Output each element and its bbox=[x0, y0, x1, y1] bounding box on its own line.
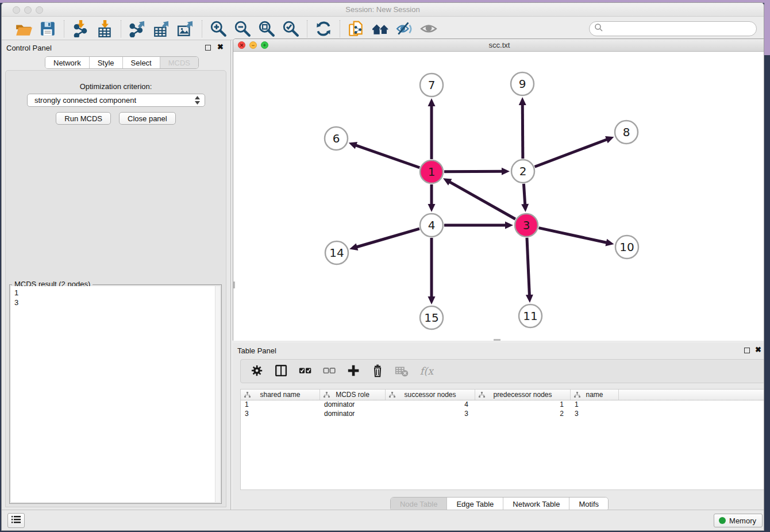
table-cell[interactable]: 4 bbox=[386, 400, 475, 410]
open-session-icon[interactable] bbox=[15, 20, 32, 37]
svg-text:7: 7 bbox=[428, 78, 436, 92]
svg-text:2: 2 bbox=[519, 164, 527, 178]
table-row[interactable]: 3dominator323 bbox=[241, 410, 764, 419]
refresh-icon[interactable] bbox=[315, 20, 332, 37]
vertical-scrollbar-thumb[interactable] bbox=[233, 282, 235, 288]
table-close-panel-icon[interactable]: ✖ bbox=[755, 346, 761, 354]
table-cell[interactable]: 3 bbox=[571, 410, 619, 419]
mcds-result-list[interactable]: 13 bbox=[11, 286, 220, 502]
settings-gear-icon[interactable] bbox=[250, 364, 265, 379]
zoom-fit-icon[interactable] bbox=[258, 20, 275, 37]
select-all-icon[interactable] bbox=[298, 364, 313, 379]
tab-select[interactable]: Select bbox=[123, 57, 160, 68]
table-cell[interactable]: 2 bbox=[475, 410, 571, 419]
table-panel: Table Panel ✖ f(x) shared nameMCDS roles… bbox=[233, 343, 764, 511]
table-row[interactable]: 1dominator411 bbox=[241, 400, 764, 410]
save-session-icon[interactable] bbox=[39, 20, 56, 37]
tab-edge-table[interactable]: Edge Table bbox=[447, 498, 503, 511]
result-scrollbar[interactable] bbox=[215, 286, 220, 502]
zoom-selected-icon[interactable] bbox=[282, 20, 299, 37]
edge-1-6[interactable] bbox=[355, 145, 419, 168]
edge-4-14[interactable] bbox=[356, 229, 419, 247]
column-header-name[interactable]: name bbox=[571, 390, 619, 400]
graph-node-7[interactable]: 7 bbox=[420, 74, 443, 97]
graph-node-8[interactable]: 8 bbox=[615, 121, 638, 144]
application-window: Session: New Session Control Panel ✖ Net… bbox=[1, 2, 764, 531]
desktop-background-right bbox=[764, 0, 770, 55]
export-image-icon[interactable] bbox=[177, 20, 194, 37]
graph-node-14[interactable]: 14 bbox=[325, 241, 348, 264]
export-table-icon[interactable] bbox=[153, 20, 170, 37]
edge-2-3[interactable] bbox=[523, 184, 525, 206]
delete-row-icon[interactable] bbox=[371, 364, 386, 379]
arrowhead-1-4 bbox=[428, 204, 436, 212]
tab-network[interactable]: Network bbox=[45, 57, 90, 68]
graph-node-11[interactable]: 11 bbox=[519, 304, 542, 327]
edge-2-8[interactable] bbox=[535, 139, 609, 167]
table-cell[interactable]: dominator bbox=[320, 410, 386, 419]
graphics-details-icon[interactable] bbox=[396, 20, 413, 37]
clone-network-icon[interactable] bbox=[348, 20, 365, 37]
table-header-row: shared nameMCDS rolesuccessor nodesprede… bbox=[241, 390, 764, 400]
tab-style[interactable]: Style bbox=[90, 57, 123, 68]
node-table: shared nameMCDS rolesuccessor nodesprede… bbox=[240, 389, 764, 490]
arrowhead-3-11 bbox=[526, 295, 533, 303]
zoom-out-icon[interactable] bbox=[234, 20, 251, 37]
import-table-icon[interactable] bbox=[96, 20, 113, 37]
zoom-in-icon[interactable] bbox=[210, 20, 227, 37]
close-panel-icon[interactable]: ✖ bbox=[217, 43, 224, 51]
table-float-panel-icon[interactable] bbox=[744, 348, 750, 353]
edge-3-10[interactable] bbox=[538, 228, 607, 243]
graph-node-4[interactable]: 4 bbox=[420, 214, 443, 237]
edge-3-11[interactable] bbox=[527, 238, 530, 296]
tab-network-table[interactable]: Network Table bbox=[503, 498, 569, 511]
table-cell[interactable]: dominator bbox=[320, 400, 386, 410]
task-history-button[interactable] bbox=[7, 513, 25, 528]
column-header-shared-name[interactable]: shared name bbox=[241, 390, 320, 400]
edge-1-2[interactable] bbox=[444, 171, 503, 172]
arrowhead-2-3 bbox=[521, 204, 529, 212]
graph-node-2[interactable]: 2 bbox=[511, 160, 534, 183]
criterion-dropdown[interactable]: strongly connected component bbox=[27, 94, 205, 107]
svg-text:14: 14 bbox=[329, 246, 344, 260]
graph-node-15[interactable]: 15 bbox=[420, 306, 443, 329]
float-panel-icon[interactable] bbox=[205, 45, 211, 51]
graph-node-6[interactable]: 6 bbox=[325, 127, 348, 150]
deselect-all-icon[interactable] bbox=[322, 364, 337, 379]
graph-node-9[interactable]: 9 bbox=[511, 72, 534, 95]
horizontal-scrollbar-thumb[interactable] bbox=[494, 339, 500, 341]
toggle-columns-icon[interactable] bbox=[274, 364, 289, 379]
tab-mcds[interactable]: MCDS bbox=[160, 57, 198, 68]
table-cell[interactable]: 1 bbox=[241, 400, 320, 410]
tab-motifs[interactable]: Motifs bbox=[569, 498, 608, 511]
export-network-icon[interactable] bbox=[129, 20, 146, 37]
memory-label: Memory bbox=[729, 516, 756, 525]
run-mcds-button[interactable]: Run MCDS bbox=[56, 112, 111, 125]
svg-text:6: 6 bbox=[333, 132, 340, 145]
column-header-successor-nodes[interactable]: successor nodes bbox=[386, 390, 475, 400]
network-canvas[interactable]: 7968124314101511 bbox=[233, 52, 764, 341]
table-cell[interactable]: 1 bbox=[571, 400, 619, 410]
search-input[interactable] bbox=[603, 23, 756, 34]
graph-node-3[interactable]: 3 bbox=[515, 214, 538, 237]
search-field[interactable] bbox=[589, 21, 757, 36]
edge-2-9[interactable] bbox=[522, 103, 523, 159]
add-row-icon[interactable] bbox=[346, 364, 361, 379]
edge-3-1[interactable] bbox=[449, 182, 515, 219]
result-item[interactable]: 1 bbox=[14, 288, 220, 298]
table-cell[interactable]: 3 bbox=[386, 410, 475, 419]
import-network-icon[interactable] bbox=[72, 20, 89, 37]
table-cell[interactable]: 3 bbox=[241, 410, 320, 419]
memory-button[interactable]: Memory bbox=[714, 514, 763, 527]
column-header-predecessor-nodes[interactable]: predecessor nodes bbox=[475, 390, 571, 400]
close-panel-button[interactable]: Close panel bbox=[119, 112, 176, 125]
graph-node-10[interactable]: 10 bbox=[615, 236, 638, 259]
graph-node-1[interactable]: 1 bbox=[420, 160, 443, 183]
nested-networks-icon[interactable] bbox=[372, 20, 389, 37]
column-header-MCDS-role[interactable]: MCDS role bbox=[320, 390, 386, 400]
arrowhead-1-2 bbox=[502, 168, 510, 175]
table-cell[interactable]: 1 bbox=[475, 400, 571, 410]
tab-node-table[interactable]: Node Table bbox=[391, 498, 448, 511]
result-item[interactable]: 3 bbox=[14, 298, 220, 307]
birdseye-view-icon bbox=[420, 20, 437, 37]
